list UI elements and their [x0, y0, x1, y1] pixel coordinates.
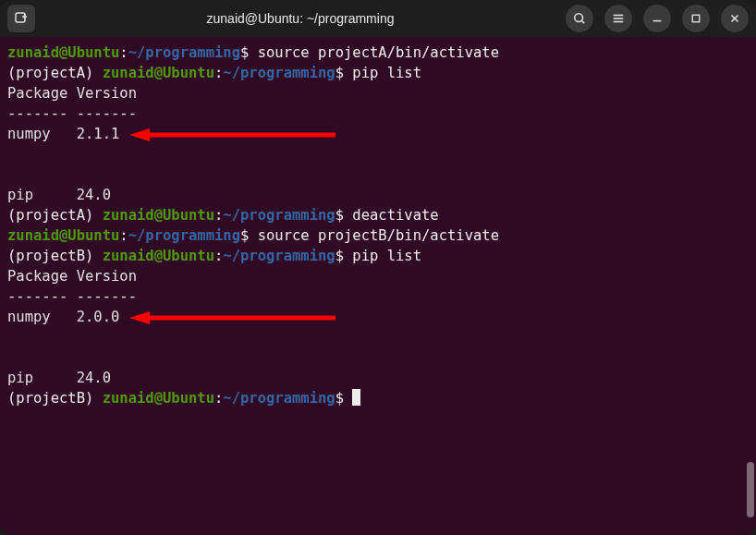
- new-tab-button[interactable]: [7, 5, 35, 32]
- close-icon: [728, 12, 741, 25]
- pip-divider: ------- -------: [7, 286, 749, 307]
- scrollbar-thumb[interactable]: [747, 462, 754, 517]
- scrollbar[interactable]: [747, 37, 754, 535]
- pip-row: pip 24.0: [7, 368, 749, 388]
- menu-button[interactable]: [604, 5, 632, 32]
- svg-marker-13: [129, 128, 150, 141]
- terminal-line: (projectB) zunaid@Ubuntu:~/programming$: [7, 388, 749, 408]
- window-title: zunaid@Ubuntu: ~/programming: [43, 11, 558, 26]
- minimize-button[interactable]: [643, 5, 671, 32]
- svg-rect-0: [16, 13, 25, 22]
- svg-point-3: [575, 14, 583, 22]
- maximize-icon: [690, 13, 701, 24]
- close-button[interactable]: [721, 5, 749, 32]
- svg-rect-9: [692, 15, 700, 22]
- terminal-line: zunaid@Ubuntu:~/programming$ source proj…: [7, 225, 749, 246]
- search-icon: [573, 12, 586, 25]
- command-text: pip list: [352, 65, 421, 81]
- terminal-content[interactable]: zunaid@Ubuntu:~/programming$ source proj…: [0, 37, 756, 535]
- svg-line-4: [582, 21, 585, 24]
- titlebar: zunaid@Ubuntu: ~/programming: [0, 0, 756, 37]
- command-text: pip list: [352, 248, 421, 264]
- menu-icon: [612, 12, 625, 25]
- pip-header: Package Version: [7, 266, 749, 286]
- command-text: source projectB/bin/activate: [258, 227, 499, 244]
- text-cursor: [352, 389, 360, 406]
- minimize-icon: [651, 12, 664, 25]
- pip-row: numpy 2.1.1: [7, 124, 749, 185]
- terminal-line: (projectA) zunaid@Ubuntu:~/programming$ …: [7, 205, 749, 225]
- maximize-button[interactable]: [682, 5, 710, 32]
- annotation-arrow: [128, 127, 340, 143]
- terminal-line: (projectA) zunaid@Ubuntu:~/programming$ …: [7, 63, 749, 83]
- command-text: deactivate: [352, 207, 438, 224]
- annotation-arrow: [128, 310, 340, 326]
- terminal-line: zunaid@Ubuntu:~/programming$ source proj…: [7, 43, 749, 63]
- new-tab-icon: [14, 11, 29, 26]
- pip-header: Package Version: [7, 83, 749, 103]
- pip-row: numpy 2.0.0: [7, 307, 749, 368]
- terminal-window: zunaid@Ubuntu: ~/programming: [0, 0, 756, 535]
- terminal-line: (projectB) zunaid@Ubuntu:~/programming$ …: [7, 246, 749, 266]
- pip-row: pip 24.0: [7, 185, 749, 205]
- search-button[interactable]: [566, 5, 593, 32]
- command-text: source projectA/bin/activate: [258, 44, 499, 61]
- svg-marker-15: [129, 311, 150, 324]
- pip-divider: ------- -------: [7, 103, 749, 124]
